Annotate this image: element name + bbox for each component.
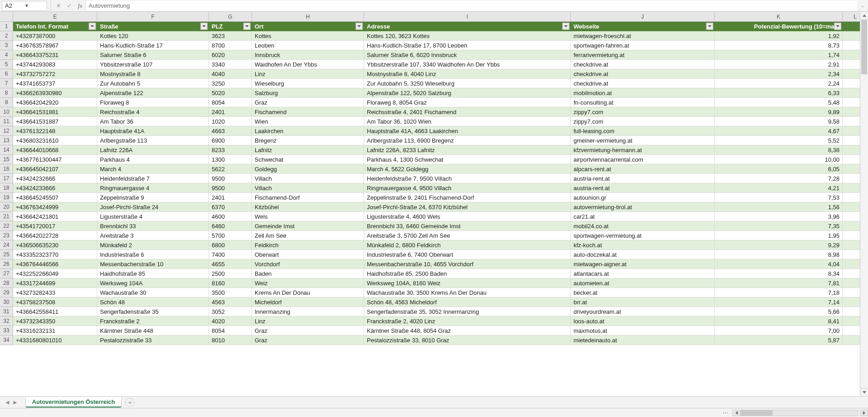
cell[interactable]: maxmotus.at — [571, 326, 715, 336]
cell[interactable]: Josef-Pirchl-Straße 24, 6370 Kitzbühel — [364, 202, 571, 212]
header-cell[interactable]: Webseite — [571, 22, 715, 31]
column-header-F[interactable]: F — [97, 12, 209, 21]
cell[interactable]: Franckstraße 2, 4020 Linz — [364, 316, 571, 326]
cell[interactable]: Krems An Der Donau — [252, 288, 364, 297]
cell[interactable]: Schwechat — [252, 155, 364, 164]
horizontal-scroll-thumb[interactable] — [741, 410, 773, 416]
cell[interactable]: 5020 — [209, 88, 252, 98]
cell[interactable]: +433352323770 — [13, 250, 97, 259]
row-header[interactable]: 31 — [0, 307, 13, 316]
cell[interactable]: Salurner Straße 6 — [97, 50, 209, 60]
cell[interactable]: +43424232666 — [13, 174, 97, 183]
cell[interactable]: +436764446566 — [13, 259, 97, 269]
row-header[interactable]: 14 — [0, 145, 13, 155]
filter-dropdown-icon[interactable] — [706, 23, 713, 30]
cell[interactable]: Brennbichl 33 — [97, 221, 209, 231]
cell[interactable]: 6800 — [209, 240, 252, 250]
cell[interactable]: Heidenfeldstraße 7 — [97, 174, 209, 183]
cell[interactable]: brr.at — [571, 297, 715, 307]
cell[interactable]: Pestalozzistraße 33, 8010 Graz — [364, 336, 571, 345]
scroll-left-arrow-icon[interactable] — [732, 410, 740, 416]
cell[interactable]: +43732757272 — [13, 69, 97, 79]
cell[interactable]: Areitstraße 3 — [97, 231, 209, 240]
cell[interactable]: Lafnitz — [252, 145, 364, 155]
cell[interactable]: Mostnystraße 8 — [97, 69, 209, 79]
column-header-E[interactable]: E — [13, 12, 97, 21]
cell[interactable]: 6,05 — [715, 164, 843, 174]
cell[interactable]: Salzburg — [252, 88, 364, 98]
header-cell[interactable]: PLZ — [209, 22, 252, 31]
add-sheet-button[interactable]: ＋ — [125, 398, 134, 407]
cell[interactable]: Weiz — [252, 278, 364, 288]
row-header[interactable]: 28 — [0, 278, 13, 288]
cell[interactable]: Innsbruck — [252, 50, 364, 60]
cell[interactable]: 6460 — [209, 221, 252, 231]
cell[interactable]: +4366263930980 — [13, 88, 97, 98]
cell[interactable]: 2500 — [209, 269, 252, 278]
scroll-down-arrow-icon[interactable] — [860, 388, 868, 396]
cell[interactable]: 3250 — [209, 79, 252, 88]
cell[interactable]: Josef-Pirchl-Straße 24 — [97, 202, 209, 212]
cell[interactable]: 5,48 — [715, 98, 843, 107]
filter-dropdown-icon[interactable] — [89, 23, 96, 30]
cell[interactable]: Kärntner Straße 448 — [97, 326, 209, 336]
vertical-scrollbar[interactable] — [860, 12, 868, 396]
row-header[interactable]: 25 — [0, 250, 13, 259]
cell[interactable]: Kärntner Straße 448, 8054 Graz — [364, 326, 571, 336]
cell[interactable]: Wieselburg — [252, 79, 364, 88]
cell[interactable]: +436645042107 — [13, 164, 97, 174]
cell[interactable]: Münkafeld 2 — [97, 240, 209, 250]
cell[interactable]: 8,73 — [715, 41, 843, 50]
row-header[interactable]: 7 — [0, 79, 13, 88]
cell[interactable]: 8010 — [209, 336, 252, 345]
row-header[interactable]: 6 — [0, 69, 13, 79]
cell[interactable]: Zeppelinstraße 9 — [97, 193, 209, 202]
cell[interactable]: gmeiner-vermietung.at — [571, 136, 715, 145]
row-header[interactable]: 34 — [0, 336, 13, 345]
row-header[interactable]: 16 — [0, 164, 13, 174]
cell[interactable]: auto-doczekal.at — [571, 250, 715, 259]
cell[interactable]: mobil24.co.at — [571, 221, 715, 231]
cell[interactable]: 2,34 — [715, 69, 843, 79]
cell[interactable]: Salurner Straße 6, 6020 Innsbruck — [364, 50, 571, 60]
cell[interactable]: Am Tabor 36, 1020 Wien — [364, 117, 571, 126]
row-header[interactable]: 10 — [0, 107, 13, 117]
cell[interactable]: +4331680801010 — [13, 336, 97, 345]
cell[interactable]: Brennbichl 33, 6460 Gemeinde Imst — [364, 221, 571, 231]
cell[interactable]: Areitstraße 3, 5700 Zell Am See — [364, 231, 571, 240]
cell[interactable]: 1,56 — [715, 202, 843, 212]
filter-dropdown-icon[interactable] — [243, 23, 251, 30]
cell[interactable]: 3,96 — [715, 212, 843, 221]
cell[interactable]: Baden — [252, 269, 364, 278]
cell[interactable]: Ybbsitzerstraße 107 — [97, 60, 209, 69]
cell[interactable]: Messenbacherstraße 10, 4655 Vorchdorf — [364, 259, 571, 269]
cell[interactable]: Zur Autobahn 5 — [97, 79, 209, 88]
cell[interactable]: +43316232131 — [13, 326, 97, 336]
cell[interactable]: +436803231610 — [13, 136, 97, 145]
cell[interactable]: 5,87 — [715, 336, 843, 345]
cell[interactable]: Hans-Kudlich-Straße 17 — [97, 41, 209, 50]
cell[interactable]: Villach — [252, 174, 364, 183]
expand-formula-bar-icon[interactable]: ⌄ — [857, 3, 868, 8]
row-header[interactable]: 13 — [0, 136, 13, 145]
cell[interactable]: checkdrive.at — [571, 60, 715, 69]
cell[interactable]: 3500 — [209, 288, 252, 297]
row-header[interactable]: 19 — [0, 193, 13, 202]
cell[interactable]: 7,14 — [715, 297, 843, 307]
cell[interactable]: Münkafeld 2, 6800 Feldkirch — [364, 240, 571, 250]
cell[interactable]: Micheldorf — [252, 297, 364, 307]
cell[interactable]: becker.at — [571, 288, 715, 297]
scroll-right-arrow-icon[interactable] — [860, 410, 868, 416]
cell[interactable]: Sengerfadenstraße 35 — [97, 307, 209, 316]
cell[interactable]: checkdrive.at — [571, 79, 715, 88]
row-header[interactable]: 27 — [0, 269, 13, 278]
cell[interactable]: 4040 — [209, 69, 252, 79]
cell[interactable]: Fischamend — [252, 107, 364, 117]
header-cell[interactable]: Straße — [97, 22, 209, 31]
cell[interactable]: Alpenstraße 122, 5020 Salzburg — [364, 88, 571, 98]
cell[interactable]: airportviennacarrental.com — [571, 155, 715, 164]
cell[interactable]: +43317244699 — [13, 278, 97, 288]
cell[interactable]: Bregenz — [252, 136, 364, 145]
cell[interactable]: 8700 — [209, 41, 252, 50]
row-header[interactable]: 2 — [0, 31, 13, 41]
